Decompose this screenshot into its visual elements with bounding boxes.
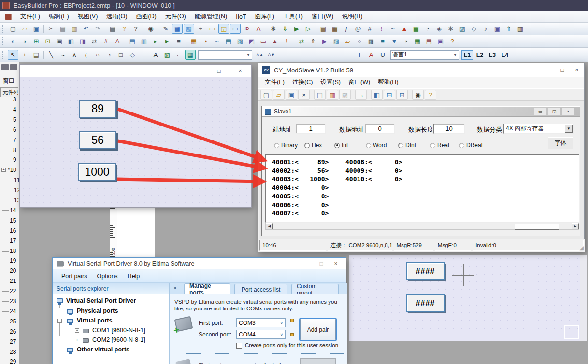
toolbar-grip[interactable] bbox=[2, 25, 5, 33]
alarm-icon[interactable]: ▲ bbox=[399, 24, 410, 34]
layer-button-L4[interactable]: L4 bbox=[499, 50, 511, 60]
corner-icon[interactable]: ⌐ bbox=[173, 50, 184, 60]
save-icon[interactable]: ▣ bbox=[31, 24, 42, 34]
system-settings-icon[interactable]: ✱ bbox=[445, 24, 456, 34]
expand-icon[interactable]: + bbox=[75, 338, 79, 342]
window-tree-item-14[interactable]: 14 bbox=[10, 207, 16, 214]
menubar-app-icon[interactable] bbox=[5, 14, 12, 20]
modslave-menu-文件(F)[interactable]: 文件(F) bbox=[261, 76, 288, 88]
window-tree-item-3[interactable]: 3 bbox=[13, 96, 16, 103]
picture-icon[interactable]: ▨ bbox=[457, 24, 468, 34]
project-icon[interactable]: ▤ bbox=[318, 24, 329, 34]
id-icon[interactable]: ID bbox=[242, 24, 252, 34]
pan-hand-icon[interactable]: + bbox=[19, 50, 30, 60]
new-file-icon[interactable]: ▢ bbox=[8, 24, 18, 34]
data-block-icon[interactable]: ▧ bbox=[235, 36, 245, 46]
toggle-switch-icon[interactable]: ◧ bbox=[66, 36, 76, 46]
polyline-icon[interactable]: ∧ bbox=[69, 50, 80, 60]
history-data-icon[interactable]: ▤ bbox=[223, 36, 234, 46]
macro-icon[interactable]: ƒ bbox=[341, 24, 352, 34]
indirect-window-icon[interactable]: ▤ bbox=[127, 36, 138, 46]
set-word-icon[interactable]: ⊡ bbox=[43, 36, 53, 46]
ascii-input-icon[interactable]: A bbox=[112, 36, 123, 46]
slave1-titlebar[interactable]: Slave1 bbox=[262, 107, 580, 117]
window-tree-item-5[interactable]: 5 bbox=[13, 116, 16, 123]
print-icon[interactable]: ▤ bbox=[107, 24, 118, 34]
align-right-icon[interactable]: ≡ bbox=[304, 50, 315, 60]
register-40006[interactable]: 40006:< 0> bbox=[272, 201, 329, 209]
offline-simulation-icon[interactable]: ▷ bbox=[303, 24, 314, 34]
tab-Port access list[interactable]: Port access list bbox=[234, 284, 287, 294]
compile-icon[interactable]: ✱ bbox=[268, 24, 279, 34]
function-key-icon[interactable]: ▣ bbox=[54, 36, 65, 46]
radio-Binary[interactable]: Binary bbox=[274, 142, 298, 149]
trend-display-icon[interactable]: ~ bbox=[212, 36, 222, 46]
window-tree-item-25[interactable]: 25 bbox=[10, 318, 16, 325]
chevron-down-icon[interactable]: ▼ bbox=[565, 125, 573, 133]
second-port-select[interactable]: COM4∨ bbox=[236, 330, 286, 339]
window-tree-item-24[interactable]: 24 bbox=[10, 308, 16, 315]
redo-icon[interactable]: ↷ bbox=[92, 24, 103, 34]
window-tree-item-15[interactable]: 15 bbox=[10, 217, 16, 224]
menu-IIoT[interactable]: IIoT bbox=[231, 12, 251, 22]
first-port-select[interactable]: COM3∨ bbox=[236, 318, 286, 327]
register-40009[interactable]: 40009:< 0> bbox=[345, 167, 402, 175]
register-list[interactable]: 40001:< 89>40002:< 56>40003:< 1000>40004… bbox=[265, 154, 579, 223]
scheduler-icon[interactable]: ◔ bbox=[422, 24, 433, 34]
menu-视图(V)[interactable]: 视图(V) bbox=[73, 11, 102, 23]
new-icon[interactable]: ▢ bbox=[260, 90, 272, 100]
design-canvas[interactable]: #### #### bbox=[349, 255, 580, 341]
numeric-display[interactable]: 56 bbox=[79, 131, 116, 149]
event-display-icon[interactable]: ! bbox=[281, 36, 292, 46]
window-tree-item-28[interactable]: 28 bbox=[10, 349, 16, 355]
align-bottom-icon[interactable]: ≡ bbox=[339, 50, 350, 60]
data-transfer-icon[interactable]: ⇄ bbox=[296, 36, 307, 46]
window-tree-item-20[interactable]: 20 bbox=[10, 267, 16, 274]
font-color-icon[interactable]: A bbox=[253, 24, 264, 34]
docked-toolbar-icon[interactable] bbox=[10, 64, 17, 70]
pie-icon[interactable]: ◔ bbox=[104, 50, 115, 60]
italic-icon[interactable]: I bbox=[354, 50, 365, 60]
register-hscrollbar[interactable]: ◀ ▶ bbox=[265, 223, 579, 230]
backup-object-icon[interactable]: ⇑ bbox=[308, 36, 318, 46]
scroll-left-icon[interactable]: ◀ bbox=[266, 223, 273, 229]
numeric-display[interactable]: 1000 bbox=[78, 163, 116, 181]
file-browser-icon[interactable]: ▱ bbox=[343, 36, 353, 46]
slave1-minimize-icon[interactable]: ▭ bbox=[534, 108, 546, 115]
menu-编辑(E)[interactable]: 编辑(E) bbox=[44, 11, 73, 23]
radio-Int[interactable]: Int bbox=[334, 142, 348, 149]
slider-icon[interactable]: ⇄ bbox=[89, 36, 100, 46]
rectangle-icon[interactable]: □ bbox=[115, 50, 126, 60]
numeric-input-icon[interactable]: # bbox=[100, 36, 111, 46]
font-shrink-icon[interactable]: A▼ bbox=[266, 50, 277, 60]
set-bit-icon[interactable]: ⊞ bbox=[31, 36, 42, 46]
pipe-icon[interactable]: ≡ bbox=[173, 36, 184, 46]
slave1-restore-icon[interactable]: ◱ bbox=[548, 108, 560, 115]
register-40001[interactable]: 40001:< 89> bbox=[272, 158, 329, 166]
simulation-titlebar[interactable]: – □ × bbox=[20, 65, 251, 77]
register-40003[interactable]: 40003:< 1000> bbox=[272, 175, 329, 183]
operation-log-icon[interactable]: ≡ bbox=[377, 36, 388, 46]
resize-grip-icon[interactable]: ◢ bbox=[580, 245, 584, 251]
library-icon[interactable]: ▦ bbox=[330, 24, 340, 34]
register-40005[interactable]: 40005:< 0> bbox=[272, 192, 329, 200]
animation-icon[interactable]: ► bbox=[162, 36, 172, 46]
field-input-数据长度[interactable]: 10 bbox=[433, 124, 465, 134]
layer-button-L2[interactable]: L2 bbox=[474, 50, 486, 60]
tree-item-COM1[interactable]: COM1 [9600-N-8-1] bbox=[92, 327, 145, 334]
window-tree-item-22[interactable]: 22 bbox=[10, 288, 16, 294]
event-log-icon[interactable]: ! bbox=[376, 24, 387, 34]
line-icon[interactable]: ╲ bbox=[46, 50, 57, 60]
tab-Manage ports[interactable]: Manage ports bbox=[184, 283, 230, 294]
window-tree-item-27[interactable]: 27 bbox=[10, 338, 16, 345]
tree-item-root[interactable]: Virtual Serial Port Driver bbox=[66, 297, 136, 304]
xy-plot-icon[interactable]: ◩ bbox=[246, 36, 257, 46]
easybuilder-titlebar[interactable]: EasyBuilder Pro : EBProject2.emtp - [10 … bbox=[0, 0, 588, 11]
open-icon[interactable]: ▱ bbox=[273, 90, 285, 100]
timer-icon[interactable]: ◔ bbox=[401, 36, 411, 46]
qr-code-icon[interactable]: ▩ bbox=[366, 36, 376, 46]
tree-item-Physical[interactable]: Physical ports bbox=[77, 308, 118, 314]
security-icon[interactable]: ◈ bbox=[434, 24, 445, 34]
close-doc-icon[interactable]: × bbox=[298, 90, 310, 100]
recipe-icon[interactable]: ▦ bbox=[411, 24, 421, 34]
